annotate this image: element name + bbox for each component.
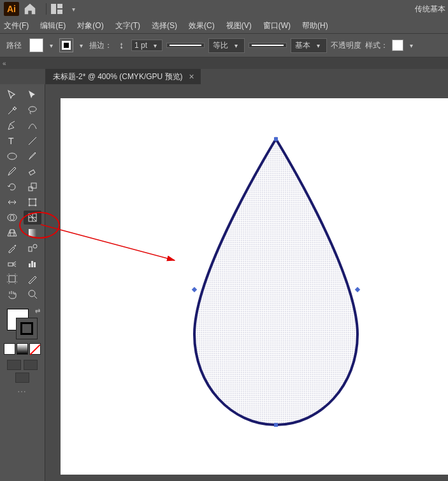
svg-rect-1: [57, 4, 62, 8]
magic-wand-tool-icon[interactable]: [3, 103, 21, 117]
workspace-switcher[interactable]: 传统基本: [415, 4, 445, 15]
fill-stroke-swatch[interactable]: ⇄: [7, 309, 38, 339]
perspective-grid-tool-icon[interactable]: [3, 226, 21, 240]
none-mode-icon[interactable]: [29, 343, 41, 355]
gradient-tool-icon[interactable]: [24, 226, 41, 240]
pen-tool-icon[interactable]: [3, 119, 21, 133]
document-tab[interactable]: 未标题-2* @ 400% (CMYK/GPU 预览) ×: [45, 69, 201, 85]
column-graph-tool-icon[interactable]: [24, 256, 41, 270]
artboard[interactable]: [61, 98, 448, 475]
svg-point-27: [29, 290, 35, 297]
svg-rect-25: [34, 262, 36, 267]
brush-dropdown[interactable]: 基本▾: [291, 38, 327, 53]
shape-builder-tool-icon[interactable]: [3, 211, 21, 225]
lasso-tool-icon[interactable]: [24, 103, 41, 117]
svg-rect-32: [192, 287, 197, 292]
color-mode-icon[interactable]: [4, 343, 15, 355]
menu-file[interactable]: 文件(F): [4, 20, 29, 31]
style-label: 样式：: [365, 40, 388, 51]
artboard-tool-icon[interactable]: [3, 272, 21, 286]
close-icon[interactable]: ×: [189, 71, 194, 82]
home-icon[interactable]: [23, 2, 37, 16]
svg-point-7: [8, 153, 17, 159]
width-tool-icon[interactable]: [3, 195, 21, 209]
svg-rect-24: [31, 261, 33, 267]
eyedropper-tool-icon[interactable]: [3, 241, 21, 255]
svg-rect-33: [355, 287, 360, 292]
svg-rect-11: [29, 199, 36, 205]
brand-bar: Ai ▾ 传统基本: [0, 0, 448, 18]
svg-rect-10: [31, 183, 36, 188]
gradient-mode-icon[interactable]: [17, 343, 28, 355]
chevron-down-icon[interactable]: ▾: [77, 42, 85, 49]
selection-tool-icon[interactable]: [3, 88, 21, 102]
svg-rect-34: [274, 423, 278, 427]
stroke-profile-dropdown[interactable]: 等比▾: [208, 38, 245, 53]
stroke-label: 描边：: [89, 40, 112, 51]
svg-rect-26: [9, 276, 15, 282]
menu-window[interactable]: 窗口(W): [263, 20, 291, 31]
svg-rect-9: [29, 187, 33, 191]
menu-view[interactable]: 视图(V): [226, 20, 252, 31]
canvas-viewport[interactable]: [45, 84, 448, 481]
svg-line-28: [34, 296, 37, 299]
free-transform-tool-icon[interactable]: [24, 195, 41, 209]
menu-object[interactable]: 对象(O): [77, 20, 103, 31]
divider: [46, 3, 47, 15]
document-tab-bar: 未标题-2* @ 400% (CMYK/GPU 预览) ×: [45, 69, 448, 84]
arrange-docs-icon[interactable]: [50, 3, 69, 15]
chevron-down-icon[interactable]: ▾: [47, 42, 55, 49]
draw-mode-icon[interactable]: [24, 360, 38, 370]
pencil-tool-icon[interactable]: [3, 165, 21, 179]
menu-edit[interactable]: 编辑(E): [40, 20, 66, 31]
type-tool-icon[interactable]: T: [3, 134, 21, 148]
svg-rect-22: [8, 263, 13, 266]
screen-mode-icon[interactable]: [7, 360, 21, 370]
menu-help[interactable]: 帮助(H): [302, 20, 328, 31]
curvature-tool-icon[interactable]: [24, 119, 41, 133]
svg-rect-31: [274, 137, 278, 141]
svg-rect-23: [29, 263, 31, 267]
svg-text:T: T: [8, 136, 14, 146]
style-swatch[interactable]: [392, 40, 403, 51]
svg-rect-8: [29, 170, 35, 175]
svg-rect-19: [29, 229, 36, 237]
panel-handle[interactable]: «: [0, 57, 448, 69]
hand-tool-icon[interactable]: [3, 287, 21, 301]
paintbrush-tool-icon[interactable]: [24, 149, 41, 163]
stroke-weight-field[interactable]: 1 pt▾: [131, 40, 163, 51]
change-screen-mode-icon[interactable]: [15, 373, 29, 383]
svg-line-6: [29, 137, 36, 145]
direct-selection-tool-icon[interactable]: [24, 88, 41, 102]
app-logo: Ai: [4, 2, 19, 16]
rotate-tool-icon[interactable]: [3, 180, 21, 194]
menu-type[interactable]: 文字(T): [115, 20, 140, 31]
scale-tool-icon[interactable]: [24, 180, 41, 194]
control-bar: 路径 ▾ ▾ 描边： ⭥ 1 pt▾ 等比▾ 基本▾ 不透明度 样式： ▾: [0, 33, 448, 57]
swap-fill-stroke-icon[interactable]: ⇄: [35, 307, 40, 314]
ellipse-tool-icon[interactable]: [3, 149, 21, 163]
menu-select[interactable]: 选择(S): [152, 20, 177, 31]
eraser-tool-icon[interactable]: [24, 165, 41, 179]
tool-panel: T: [0, 84, 45, 481]
svg-rect-2: [57, 10, 62, 14]
blend-tool-icon[interactable]: [24, 241, 41, 255]
svg-point-21: [33, 244, 37, 248]
slice-tool-icon[interactable]: [24, 272, 41, 286]
teardrop-path[interactable]: [182, 137, 370, 430]
menu-effect[interactable]: 效果(C): [189, 20, 215, 31]
mesh-tool-icon[interactable]: [24, 211, 41, 225]
fill-swatch[interactable]: [29, 38, 43, 52]
symbol-sprayer-tool-icon[interactable]: [3, 256, 21, 270]
stepper-icon[interactable]: ⭥: [116, 42, 127, 49]
chevron-down-icon[interactable]: ▾: [72, 6, 75, 13]
zoom-tool-icon[interactable]: [24, 287, 41, 301]
chevron-down-icon[interactable]: ▾: [407, 42, 415, 49]
selection-type-label: 路径: [6, 40, 22, 51]
brush-preview[interactable]: [249, 43, 287, 48]
line-tool-icon[interactable]: [24, 134, 41, 148]
stroke-swatch[interactable]: [59, 38, 73, 52]
edit-toolbar-icon[interactable]: ⋯: [17, 387, 27, 397]
stroke-profile-preview[interactable]: [166, 43, 205, 48]
svg-point-4: [29, 107, 36, 112]
